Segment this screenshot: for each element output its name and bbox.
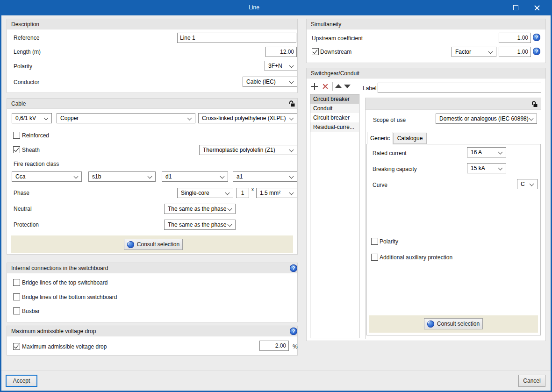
voltage-drop-label: Maximum admissible voltage drop (22, 343, 107, 350)
voltage-drop-header: Maximum admissible voltage drop (7, 326, 297, 336)
voltage-drop-section: Maximum admissible voltage drop Maximum … (7, 326, 298, 356)
rated-current-select[interactable]: 16 A (467, 147, 506, 157)
downstream-factor-select[interactable]: Factor (452, 47, 496, 57)
bridge-top-label: Bridge lines of the top switchboard (22, 279, 108, 286)
delete-icon[interactable] (322, 83, 329, 90)
phase-type-select[interactable]: Single-core (177, 188, 233, 198)
polarity-select[interactable]: 3F+N (265, 61, 297, 71)
bridge-bottom-checkbox[interactable] (13, 293, 20, 300)
list-item[interactable]: Circuit breaker (310, 94, 359, 104)
cable-voltage-select[interactable]: 0,6/1 kV (12, 113, 52, 123)
help-icon[interactable] (533, 48, 540, 55)
simultaneity-header: Simultaneity (307, 19, 545, 29)
cable-section: Cable 0,6/1 kV Copper Cross-linked polye… (7, 98, 298, 255)
help-icon (427, 321, 434, 328)
voltage-drop-unit: % (293, 343, 298, 350)
voltage-drop-input[interactable] (259, 341, 289, 351)
cancel-button-label: Cancel (523, 378, 540, 384)
protection-select[interactable]: The same as the phase (164, 220, 236, 230)
reinforced-checkbox[interactable] (13, 132, 20, 139)
fire-class-select-2[interactable]: s1b (88, 171, 156, 182)
reinforced-label: Reinforced (22, 132, 49, 139)
device-list: Circuit breaker Conduit Circuit breaker … (310, 94, 359, 338)
upstream-coefficient-label: Upstream coefficient (312, 35, 363, 42)
breaking-capacity-label: Breaking capacity (373, 166, 417, 172)
list-item[interactable]: Circuit breaker (310, 113, 359, 122)
aux-protection-checkbox[interactable] (371, 254, 378, 261)
maximize-button[interactable] (505, 0, 526, 15)
cancel-button[interactable]: Cancel (518, 375, 545, 387)
device-consult-button-label: Consult selection (437, 321, 480, 327)
curve-select[interactable]: C (517, 179, 538, 189)
help-icon[interactable] (290, 328, 297, 335)
busbar-checkbox[interactable] (13, 307, 20, 314)
sheath-checkbox[interactable] (13, 146, 20, 153)
cable-insulation-select[interactable]: Cross-linked polyethylene (XLPE) (198, 113, 297, 123)
polarity-label: Polarity (14, 63, 32, 70)
close-button[interactable] (526, 0, 547, 15)
cable-material-select[interactable]: Copper (57, 113, 195, 123)
cable-consult-button[interactable]: Consult selection (124, 239, 183, 250)
cable-consult-button-label: Consult selection (137, 241, 179, 248)
fire-class-select-3[interactable]: d1 (162, 171, 228, 182)
scope-of-use-select[interactable]: Domestic or analogous (IEC 60898) (436, 114, 537, 124)
bridge-bottom-label: Bridge lines of the bottom switchboard (22, 294, 117, 300)
downstream-label: Downstream (320, 49, 351, 55)
voltage-drop-checkbox[interactable] (13, 343, 20, 350)
description-section: Description Reference Length (m) Polarit… (7, 19, 298, 93)
maximize-icon (513, 5, 518, 10)
device-consult-button[interactable]: Consult selection (424, 318, 483, 329)
titlebar: Line (0, 0, 552, 15)
window-title: Line (0, 0, 508, 15)
length-label: Length (m) (14, 49, 41, 55)
conductor-select[interactable]: Cable (IEC) (243, 77, 297, 87)
accept-button[interactable]: Accept (6, 375, 37, 387)
move-down-icon[interactable] (344, 85, 351, 88)
polarity-checkbox[interactable] (371, 238, 378, 245)
list-item[interactable]: Conduit (310, 104, 359, 113)
polarity-checkbox-label: Polarity (380, 238, 398, 245)
fire-class-select-4[interactable]: a1 (233, 171, 297, 182)
add-icon[interactable] (311, 83, 318, 90)
phase-label: Phase (14, 190, 29, 196)
sheath-label: Sheath (22, 147, 40, 153)
switchgear-section: Switchgear/Conduit Label Circuit breaker… (306, 68, 546, 341)
internal-connections-section: Internal connections in the switchboard … (7, 263, 298, 322)
device-panel: Scope of use Domestic or analogous (IEC … (365, 98, 541, 339)
footer-divider (1, 371, 551, 371)
generic-tab-page: Rated current 16 A Breaking capacity 15 … (366, 144, 541, 335)
toolbar-separator (332, 82, 333, 91)
unlock-icon[interactable] (531, 100, 538, 107)
unlock-icon[interactable] (288, 100, 295, 107)
help-icon[interactable] (290, 264, 297, 272)
phase-times-label: x (251, 187, 254, 192)
switchgear-header: Switchgear/Conduit (307, 68, 545, 78)
scope-of-use-label: Scope of use (373, 117, 406, 123)
device-panel-header (366, 98, 541, 110)
busbar-label: Busbar (22, 308, 40, 314)
list-item[interactable]: Residual-curre... (310, 122, 359, 132)
label-input[interactable] (378, 83, 541, 93)
neutral-label: Neutral (14, 206, 32, 212)
phase-size-select[interactable]: 1.5 mm² (256, 188, 297, 198)
upstream-coefficient-input[interactable] (499, 33, 531, 43)
accept-button-label: Accept (13, 378, 30, 384)
tab-catalogue[interactable]: Catalogue (393, 133, 427, 144)
reference-label: Reference (14, 35, 39, 41)
bridge-top-checkbox[interactable] (13, 279, 20, 286)
help-icon[interactable] (533, 34, 540, 41)
breaking-capacity-select[interactable]: 15 kA (467, 163, 506, 173)
length-input[interactable] (265, 47, 297, 57)
neutral-select[interactable]: The same as the phase (164, 204, 236, 214)
fire-class-label: Fire reaction class (14, 161, 59, 167)
downstream-checkbox[interactable] (312, 48, 319, 55)
help-icon (127, 241, 134, 248)
fire-class-select-1[interactable]: Cca (12, 171, 82, 182)
phase-count-input[interactable] (236, 188, 249, 198)
downstream-factor-input[interactable] (499, 47, 531, 57)
move-up-icon[interactable] (335, 84, 342, 88)
simultaneity-section: Simultaneity Upstream coefficient Downst… (306, 19, 546, 63)
sheath-select[interactable]: Thermoplastic polyolefin (Z1) (199, 145, 297, 155)
tab-generic[interactable]: Generic (367, 132, 393, 144)
reference-input[interactable] (177, 33, 296, 43)
